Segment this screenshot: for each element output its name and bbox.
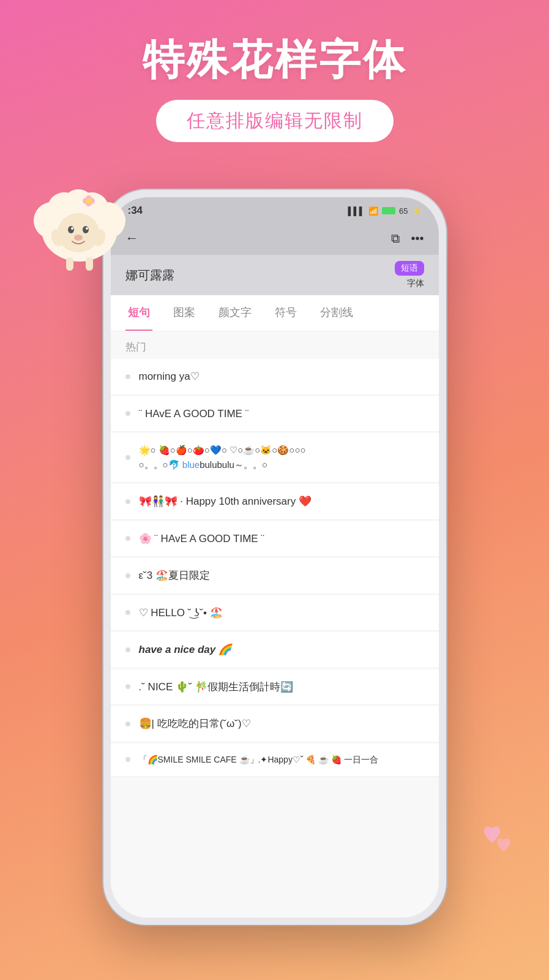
app-header: ← ⧉ ••• [111, 224, 439, 255]
list-item[interactable]: 🎀👫🎀 · Happy 10th anniversary ❤️ [111, 484, 439, 520]
dot-icon [125, 536, 130, 541]
top-section: 特殊花样字体 任意排版编辑无限制 [0, 0, 549, 142]
dot-icon [125, 374, 130, 379]
sheep-character [24, 165, 135, 276]
content-area[interactable]: 热门 morning ya♡ ¨ HAvE A GOOD TIME ¨ 🌟○ 🍓… [111, 331, 439, 918]
phone-mockup: :34 ▌▌▌ 📶 65 ⚡ ← ⧉ ••• 娜可露露 [103, 190, 446, 925]
dot-icon [125, 757, 130, 762]
list-text: 🍔| 吃吃吃的日常(˘ω˘)♡ [139, 716, 251, 732]
list-text: 🎀👫🎀 · Happy 10th anniversary ❤️ [139, 494, 312, 510]
tab-symbol[interactable]: 符号 [272, 295, 299, 331]
phone-outer: :34 ▌▌▌ 📶 65 ⚡ ← ⧉ ••• 娜可露露 [103, 190, 446, 925]
svg-point-13 [74, 235, 83, 241]
dot-icon [125, 684, 130, 689]
charging-icon: ⚡ [412, 206, 422, 216]
tab-divider[interactable]: 分割线 [318, 295, 356, 331]
tab-emoticon[interactable]: 颜文字 [216, 295, 254, 331]
tab-pattern[interactable]: 图案 [171, 295, 198, 331]
svg-point-11 [71, 227, 73, 230]
subtitle-pill: 任意排版编辑无限制 [156, 100, 394, 142]
dot-icon [125, 573, 130, 578]
dot-icon [125, 610, 130, 615]
hearts-decoration [466, 818, 515, 870]
dot-icon [125, 722, 130, 726]
svg-rect-21 [66, 257, 73, 271]
user-info-bar: 娜可露露 短语 字体 [111, 255, 439, 295]
dot-icon [125, 647, 130, 652]
list-text: morning ya♡ [139, 369, 200, 385]
dot-icon [125, 411, 130, 416]
battery-icon [382, 207, 395, 214]
list-text: ♡ HELLO ˘ ͜ʖ˘• 🏖️ [139, 605, 223, 621]
list-item[interactable]: ♡ HELLO ˘ ͜ʖ˘• 🏖️ [111, 595, 439, 631]
status-icons: ▌▌▌ 📶 65 ⚡ [348, 206, 421, 216]
main-title: 特殊花样字体 [0, 37, 549, 83]
tabs-bar: 短句 图案 颜文字 符号 分割线 [111, 295, 439, 331]
dot-icon [125, 455, 130, 460]
dot-icon [125, 499, 130, 504]
list-item[interactable]: have a nice day 🌈 [111, 632, 439, 668]
phone-inner: :34 ▌▌▌ 📶 65 ⚡ ← ⧉ ••• 娜可露露 [111, 197, 439, 918]
list-item[interactable]: morning ya♡ [111, 359, 439, 395]
list-item[interactable]: .˘ NICE 🌵˘ 🎋假期生活倒計時🔄 [111, 669, 439, 706]
signal-icon: ▌▌▌ [348, 206, 365, 216]
list-text: ε˘3 🏖️夏日限定 [139, 568, 210, 584]
svg-point-12 [86, 227, 88, 230]
list-item[interactable]: 🌸 ¨ HAvE A GOOD TIME ¨ [111, 521, 439, 557]
list-text: 「🌈SMILE SMILE CAFE ☕」.✦Happy♡˘ 🍕 ☕ 🍓 一日一… [139, 753, 379, 766]
list-text: 🌸 ¨ HAvE A GOOD TIME ¨ [139, 531, 265, 547]
status-bar: :34 ▌▌▌ 📶 65 ⚡ [111, 197, 439, 224]
wifi-icon: 📶 [368, 206, 378, 216]
battery-percentage: 65 [399, 206, 408, 216]
more-button[interactable]: ••• [411, 232, 424, 246]
section-label: 热门 [111, 331, 439, 359]
list-text: 🌟○ 🍓○🍎○🍅○💙○ ♡○☕○🐱○🍪○○○○。。○🐬 bluebulubulu… [139, 443, 306, 472]
list-item[interactable]: ε˘3 🏖️夏日限定 [111, 558, 439, 594]
list-item[interactable]: 🍔| 吃吃吃的日常(˘ω˘)♡ [111, 706, 439, 742]
badge-short-phrase[interactable]: 短语 [395, 261, 424, 276]
list-text: ¨ HAvE A GOOD TIME ¨ [139, 406, 249, 422]
list-text: .˘ NICE 🌵˘ 🎋假期生活倒計時🔄 [139, 679, 294, 695]
tab-short-phrase[interactable]: 短句 [125, 295, 152, 331]
svg-point-10 [83, 226, 89, 233]
header-actions: ⧉ ••• [391, 232, 424, 246]
svg-point-20 [86, 198, 91, 203]
copy-button[interactable]: ⧉ [391, 232, 400, 246]
list-item[interactable]: 🌟○ 🍓○🍎○🍅○💙○ ♡○☕○🐱○🍪○○○○。。○🐬 bluebulubulu… [111, 433, 439, 483]
list-item[interactable]: ¨ HAvE A GOOD TIME ¨ [111, 396, 439, 432]
list-item[interactable]: 「🌈SMILE SMILE CAFE ☕」.✦Happy♡˘ 🍕 ☕ 🍓 一日一… [111, 744, 439, 777]
svg-point-8 [58, 213, 99, 252]
user-badges: 短语 字体 [395, 261, 424, 289]
badge-font[interactable]: 字体 [407, 278, 424, 289]
svg-rect-22 [86, 257, 93, 271]
svg-point-9 [68, 226, 74, 233]
list-text-nice-day: have a nice day 🌈 [139, 642, 231, 658]
